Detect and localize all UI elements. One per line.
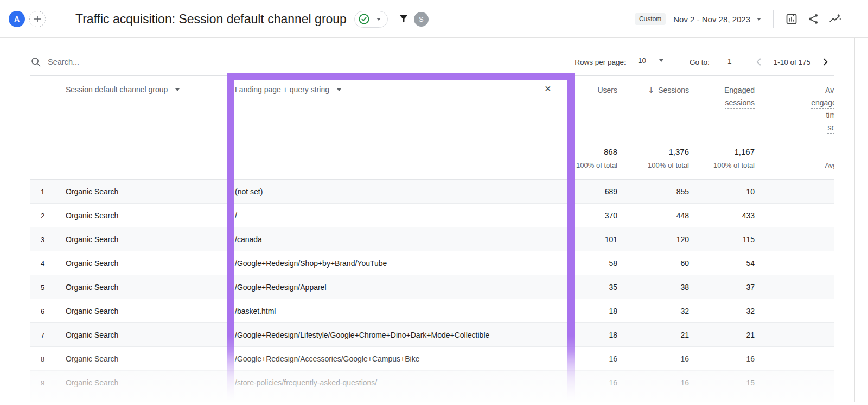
table-scroll-area: Rows per page: 10 Go to: 1-10 of 175 Ses… bbox=[10, 38, 834, 402]
search-input[interactable] bbox=[48, 58, 210, 66]
users-cell: 16 bbox=[609, 355, 617, 363]
landing-page-cell: / bbox=[235, 211, 237, 220]
goto-label: Go to: bbox=[690, 58, 710, 66]
edit-report-icon bbox=[785, 12, 798, 26]
column-caret-icon bbox=[175, 88, 180, 91]
users-cell: 16 bbox=[609, 378, 617, 387]
landing-page-cell: /store-policies/frequently-asked-questio… bbox=[235, 378, 377, 387]
engaged-sessions-cell: 54 bbox=[746, 259, 755, 268]
chevron-left-icon bbox=[753, 56, 765, 68]
row-index: 1 bbox=[41, 188, 44, 196]
row-index: 6 bbox=[41, 307, 44, 315]
engaged-sessions-cell: 15 bbox=[746, 378, 755, 387]
pagination-range: 1-10 of 175 bbox=[774, 58, 810, 66]
rows-per-page-select[interactable]: 10 bbox=[634, 56, 667, 67]
sessions-cell: 16 bbox=[680, 355, 689, 363]
table-row: 1 Organic Search (not set) 689 855 10 bbox=[30, 180, 834, 204]
table-row: 4 Organic Search /Google+Redesign/Shop+b… bbox=[30, 251, 834, 275]
total-sessions: 1,376 100% of total bbox=[648, 147, 689, 169]
column-header-label: Average engagement time per session bbox=[811, 86, 834, 132]
table-toolbar: Rows per page: 10 Go to: 1-10 of 175 bbox=[30, 48, 834, 76]
engaged-sessions-cell: 115 bbox=[743, 235, 755, 244]
channel-group-cell: Organic Search bbox=[66, 307, 118, 315]
total-engaged-sessions: 1,167 100% of total bbox=[713, 147, 755, 169]
engaged-sessions-cell: 32 bbox=[746, 307, 755, 315]
channel-group-cell: Organic Search bbox=[66, 355, 118, 363]
check-circle-icon bbox=[358, 13, 370, 25]
users-cell: 101 bbox=[605, 235, 617, 244]
avatar[interactable]: A bbox=[9, 11, 25, 27]
table-row: 3 Organic Search /canada 101 120 115 1m bbox=[30, 227, 834, 251]
goto-page-input[interactable] bbox=[717, 57, 742, 67]
next-page-button[interactable] bbox=[818, 55, 832, 69]
column-header-label: Users bbox=[597, 86, 617, 94]
engaged-sessions-cell: 16 bbox=[746, 355, 755, 363]
report-table-card: Rows per page: 10 Go to: 1-10 of 175 Ses… bbox=[10, 38, 855, 402]
column-caret-icon bbox=[337, 88, 341, 91]
table-body: 1 Organic Search (not set) 689 855 10 2 … bbox=[30, 180, 834, 402]
column-header-channel-group[interactable]: Session default channel group bbox=[66, 85, 180, 94]
column-header-avg-engagement-time[interactable]: Average engagement time per session bbox=[806, 84, 834, 134]
filter-funnel-icon bbox=[398, 13, 410, 25]
pagination: Rows per page: 10 Go to: 1-10 of 175 bbox=[575, 48, 832, 75]
users-cell: 18 bbox=[609, 331, 617, 339]
insights-icon bbox=[828, 12, 841, 26]
landing-page-cell: /Google+Redesign/Accessories/Google+Camp… bbox=[235, 355, 419, 363]
engaged-sessions-cell: 433 bbox=[742, 211, 755, 220]
users-cell: 689 bbox=[605, 187, 617, 196]
channel-group-cell: Organic Search bbox=[66, 259, 118, 268]
table-row: 7 Organic Search /Google+Redesign/Lifest… bbox=[30, 323, 834, 347]
channel-group-cell: Organic Search bbox=[66, 187, 118, 196]
sessions-cell: 38 bbox=[680, 283, 689, 292]
landing-page-cell: /basket.html bbox=[235, 307, 276, 315]
row-index: 3 bbox=[41, 236, 44, 244]
share-icon bbox=[807, 12, 820, 26]
sessions-cell: 16 bbox=[680, 378, 689, 387]
column-header-users[interactable]: Users bbox=[597, 84, 617, 97]
divider bbox=[62, 9, 62, 29]
table-row: 9 Organic Search /store-policies/frequen… bbox=[30, 371, 834, 402]
table-row: 6 Organic Search /basket.html 18 32 32 bbox=[30, 299, 834, 323]
report-status-badge[interactable] bbox=[354, 11, 388, 28]
add-comparison-button[interactable] bbox=[29, 11, 46, 27]
channel-group-cell: Organic Search bbox=[66, 283, 118, 292]
users-cell: 18 bbox=[609, 307, 617, 315]
search-icon bbox=[30, 56, 41, 67]
rows-per-page-label: Rows per page: bbox=[575, 58, 626, 66]
landing-page-cell: (not set) bbox=[235, 187, 263, 196]
top-app-bar: A Traffic acquisition: Session default c… bbox=[0, 0, 868, 38]
plus-icon bbox=[33, 15, 42, 23]
landing-page-cell: /canada bbox=[235, 235, 262, 244]
column-header-label: Sessions bbox=[658, 86, 689, 94]
collaborator-avatar[interactable]: S bbox=[414, 12, 429, 27]
sessions-cell: 21 bbox=[680, 331, 689, 339]
row-index: 7 bbox=[41, 331, 44, 339]
landing-page-cell: /Google+Redesign/Shop+by+Brand/YouTube bbox=[235, 259, 387, 268]
channel-group-cell: Organic Search bbox=[66, 378, 118, 387]
users-cell: 370 bbox=[605, 211, 617, 220]
previous-page-button[interactable] bbox=[752, 55, 766, 69]
sort-descending-icon: ↓ bbox=[648, 84, 654, 97]
date-caret-icon[interactable] bbox=[757, 18, 761, 21]
share-button[interactable] bbox=[806, 12, 820, 26]
total-users: 868 100% of total bbox=[576, 147, 617, 169]
page-title: Traffic acquisition: Session default cha… bbox=[75, 12, 347, 27]
sessions-cell: 60 bbox=[680, 259, 689, 268]
insights-button[interactable] bbox=[828, 12, 842, 26]
engaged-sessions-cell: 21 bbox=[746, 331, 755, 339]
engaged-sessions-cell: 10 bbox=[746, 187, 755, 196]
column-header-sessions[interactable]: ↓Sessions bbox=[648, 84, 689, 97]
chevron-right-icon bbox=[819, 56, 831, 68]
column-header-landing-page[interactable]: Landing page + query string bbox=[235, 85, 341, 94]
date-preset-badge: Custom bbox=[635, 13, 666, 25]
chevron-down-icon bbox=[376, 18, 381, 21]
filter-button[interactable] bbox=[398, 13, 410, 25]
date-range-picker[interactable]: Nov 2 - Nov 28, 2023 bbox=[673, 15, 750, 24]
column-header-engaged-sessions[interactable]: Engaged sessions bbox=[712, 84, 755, 109]
table-row: 8 Organic Search /Google+Redesign/Access… bbox=[30, 347, 834, 371]
totals-row: 868 100% of total 1,376 100% of total 1,… bbox=[30, 144, 834, 180]
rows-per-page-value: 10 bbox=[638, 56, 646, 65]
customize-report-button[interactable] bbox=[784, 12, 799, 26]
remove-dimension-close-icon[interactable]: × bbox=[545, 83, 551, 94]
column-header-label: Engaged sessions bbox=[724, 86, 755, 107]
